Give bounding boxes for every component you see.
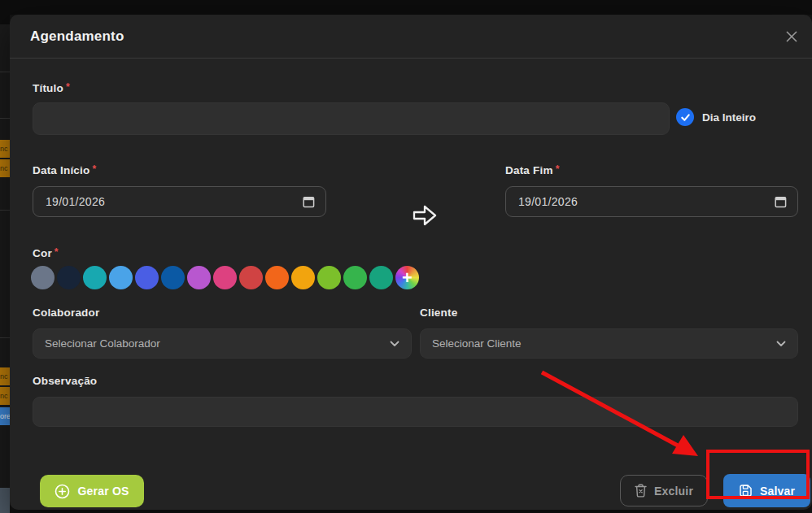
observacao-input[interactable] [33, 397, 798, 427]
color-swatch[interactable] [57, 266, 81, 289]
chevron-down-icon [390, 341, 399, 347]
background-divider [0, 337, 10, 338]
color-swatch[interactable] [135, 266, 159, 289]
background-divider [0, 118, 10, 119]
data-inicio-value: 19/01/2026 [46, 195, 105, 208]
colaborador-placeholder: Selecionar Colaborador [45, 337, 160, 350]
background-scroll-block [0, 488, 10, 513]
color-swatch[interactable] [265, 266, 289, 289]
colaborador-select[interactable]: Selecionar Colaborador [33, 328, 412, 359]
observacao-label: Observação [33, 375, 97, 387]
modal-title: Agendamento [30, 28, 124, 45]
excluir-label: Excluir [654, 485, 693, 498]
titulo-input[interactable] [33, 102, 670, 135]
cliente-select[interactable]: Selecionar Cliente [420, 328, 798, 359]
background-event-chip: nc [0, 367, 10, 385]
custom-color-button[interactable]: + [395, 266, 419, 289]
color-swatch[interactable] [109, 266, 133, 289]
gerar-os-button[interactable]: Gerar OS [40, 475, 144, 507]
close-button[interactable] [779, 24, 804, 49]
trash-icon [635, 484, 647, 498]
salvar-label: Salvar [760, 485, 795, 498]
save-icon [739, 484, 753, 498]
dia-inteiro-checkbox[interactable] [676, 108, 694, 126]
color-swatch[interactable] [187, 266, 211, 289]
modal-header: Agendamento [10, 15, 812, 59]
background-corner [0, 15, 10, 24]
titulo-label: Título* [33, 81, 70, 94]
color-swatch[interactable] [317, 266, 341, 289]
excluir-button[interactable]: Excluir [620, 475, 708, 506]
color-swatch[interactable] [343, 266, 367, 289]
color-swatch[interactable] [369, 266, 393, 289]
color-swatch[interactable] [83, 266, 107, 289]
screen: ncncncncore Agendamento Título* [0, 0, 812, 513]
color-swatch[interactable] [31, 266, 55, 289]
agendamento-modal: Agendamento Título* Dia Inteiro [10, 15, 812, 510]
page-background-top [0, 0, 812, 15]
calendar-icon [303, 195, 315, 208]
background-divider [0, 72, 10, 72]
color-swatch[interactable] [213, 266, 237, 289]
data-fim-label: Data Fim* [505, 163, 560, 176]
calendar-icon [775, 195, 787, 208]
color-swatch[interactable] [239, 266, 263, 289]
dates-arrow [412, 203, 438, 231]
data-fim-input[interactable]: 19/01/2026 [505, 186, 798, 217]
dia-inteiro-group[interactable]: Dia Inteiro [676, 108, 756, 126]
required-asterisk: * [55, 246, 59, 258]
data-fim-value: 19/01/2026 [518, 195, 578, 208]
color-swatch[interactable] [291, 266, 315, 289]
background-event-chip: nc [0, 159, 10, 177]
background-event-chip: nc [0, 140, 10, 158]
data-inicio-label: Data Início* [33, 163, 96, 176]
gerar-os-label: Gerar OS [77, 485, 129, 498]
chevron-down-icon [776, 341, 786, 347]
cliente-label: Cliente [420, 306, 457, 319]
color-swatches: + [31, 266, 419, 289]
background-divider [0, 210, 10, 211]
cor-label: Cor* [33, 246, 59, 259]
arrow-right-icon [412, 203, 438, 228]
calendar-background-edge: ncncncncore [0, 15, 10, 513]
data-inicio-input[interactable]: 19/01/2026 [33, 186, 326, 217]
salvar-button[interactable]: Salvar [723, 474, 810, 507]
check-icon [680, 112, 691, 123]
background-event-chip: ore [0, 407, 10, 425]
required-asterisk: * [556, 163, 560, 175]
background-event-chip: nc [0, 387, 10, 405]
required-asterisk: * [66, 81, 70, 93]
required-asterisk: * [92, 163, 96, 175]
dia-inteiro-label: Dia Inteiro [702, 111, 756, 124]
color-swatch[interactable] [161, 266, 185, 289]
cliente-placeholder: Selecionar Cliente [432, 337, 522, 350]
colaborador-label: Colaborador [33, 306, 99, 319]
plus-circle-icon [55, 484, 70, 499]
close-icon [784, 29, 799, 44]
